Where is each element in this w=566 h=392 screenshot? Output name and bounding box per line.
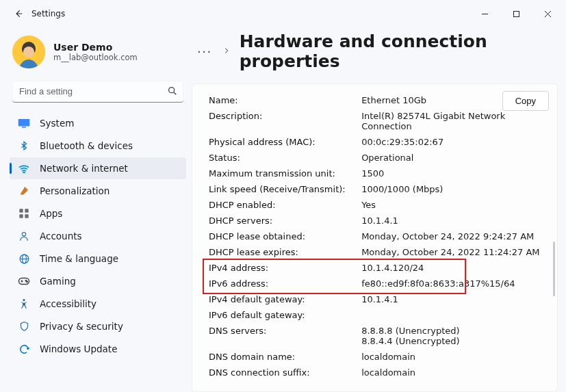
sidebar-item-brush[interactable]: Personalization <box>10 180 186 202</box>
table-row: IPv6 default gateway: <box>206 307 548 323</box>
main: ··· Hardware and connection properties C… <box>192 27 566 392</box>
titlebar: Settings <box>0 0 566 27</box>
sidebar-item-accessibility[interactable]: Accessibility <box>10 293 186 315</box>
table-row: Description:Intel(R) 82574L Gigabit Netw… <box>206 108 548 134</box>
property-value: 00:0c:29:35:02:67 <box>359 134 548 150</box>
property-key: DNS connection suffix: <box>206 365 359 380</box>
sidebar-item-label: Accounts <box>40 231 82 241</box>
table-row: DHCP servers:10.1.4.1 <box>206 213 548 228</box>
sidebar-item-label: Windows Update <box>40 343 117 354</box>
sidebar-item-system[interactable]: System <box>10 112 186 134</box>
breadcrumb-more-button[interactable]: ··· <box>197 44 212 59</box>
table-row: DHCP lease expires:Monday, October 24, 2… <box>206 244 548 260</box>
sidebar-item-label: Network & internet <box>40 163 128 174</box>
table-row: Physical address (MAC):00:0c:29:35:02:67 <box>206 134 548 150</box>
svg-point-8 <box>23 172 25 173</box>
property-value: Yes <box>359 197 548 213</box>
property-value: 10.1.4.120/24 <box>359 260 548 276</box>
property-value: 1500 <box>359 166 548 181</box>
properties-table: Name:Ethernet 10GbDescription:Intel(R) 8… <box>206 92 548 380</box>
table-row: IPv4 default gateway:10.1.4.1 <box>206 291 548 307</box>
sidebar-item-gaming[interactable]: Gaming <box>10 270 186 292</box>
sidebar-item-apps[interactable]: Apps <box>10 202 186 224</box>
privacy-icon <box>18 320 30 332</box>
table-row: Link speed (Receive/Transmit):1000/1000 … <box>206 181 548 197</box>
sidebar-item-label: Bluetooth & devices <box>40 140 133 151</box>
system-icon <box>18 117 30 129</box>
gaming-icon <box>18 275 30 287</box>
search-icon <box>167 86 178 96</box>
maximize-button[interactable] <box>500 3 532 25</box>
nav-list: SystemBluetooth & devicesNetwork & inter… <box>10 112 186 360</box>
search-input[interactable] <box>12 81 183 103</box>
svg-rect-9 <box>19 209 23 212</box>
property-key: Description: <box>206 108 359 134</box>
brush-icon <box>18 185 30 197</box>
sidebar-item-globe[interactable]: Time & language <box>10 248 186 270</box>
table-row: DNS servers:8.8.8.8 (Unencrypted)8.8.4.4… <box>206 323 548 349</box>
sidebar-item-privacy[interactable]: Privacy & security <box>10 315 186 337</box>
svg-point-21 <box>27 281 28 283</box>
close-button[interactable] <box>532 3 563 25</box>
svg-rect-11 <box>19 214 23 218</box>
property-key: IPv6 default gateway: <box>206 307 359 323</box>
property-value <box>359 307 548 323</box>
table-row: DNS domain name:localdomain <box>206 349 548 365</box>
update-icon <box>18 343 30 355</box>
sidebar-item-label: Privacy & security <box>40 321 123 332</box>
table-row: DHCP enabled:Yes <box>206 197 548 213</box>
property-key: Status: <box>206 150 359 166</box>
property-value: 1000/1000 (Mbps) <box>359 181 548 197</box>
sidebar-item-update[interactable]: Windows Update <box>10 338 186 360</box>
sidebar-item-label: System <box>40 118 74 129</box>
sidebar-item-accounts[interactable]: Accounts <box>10 225 186 247</box>
copy-button[interactable]: Copy <box>502 91 549 111</box>
apps-icon <box>18 207 30 220</box>
svg-point-22 <box>23 299 25 301</box>
svg-point-3 <box>23 47 34 57</box>
property-key: Physical address (MAC): <box>206 134 359 150</box>
property-value: 10.1.4.1 <box>359 213 548 228</box>
page-title: Hardware and connection properties <box>240 31 552 71</box>
chevron-right-icon <box>223 46 230 57</box>
property-key: IPv4 default gateway: <box>206 291 359 307</box>
property-value: fe80::ed9f:8f0a:8633:a317%15/64 <box>359 276 548 291</box>
avatar <box>12 36 45 68</box>
sidebar-item-label: Accessibility <box>40 298 97 309</box>
property-value: Intel(R) 82574L Gigabit Network Connecti… <box>359 108 548 134</box>
bluetooth-icon <box>18 140 30 152</box>
accounts-icon <box>18 230 30 242</box>
svg-rect-12 <box>25 214 28 218</box>
property-key: DHCP servers: <box>206 213 359 228</box>
property-key: IPv6 address: <box>206 276 359 291</box>
svg-line-5 <box>174 92 176 94</box>
svg-rect-6 <box>18 119 30 127</box>
table-row: DNS connection suffix:localdomain <box>206 365 548 380</box>
property-key: DHCP enabled: <box>206 197 359 213</box>
property-key: Link speed (Receive/Transmit): <box>206 181 359 197</box>
minimize-button[interactable] <box>469 3 500 25</box>
property-key: Name: <box>206 92 359 108</box>
sidebar-item-bluetooth[interactable]: Bluetooth & devices <box>10 135 186 157</box>
property-value: localdomain <box>359 365 548 380</box>
table-row: Name:Ethernet 10Gb <box>206 92 548 108</box>
svg-point-13 <box>22 233 25 236</box>
property-key: Maximum transmission unit: <box>206 166 359 181</box>
scrollbar-thumb[interactable] <box>553 241 555 296</box>
property-value: Operational <box>359 150 548 166</box>
sidebar-item-network[interactable]: Network & internet <box>10 157 186 179</box>
properties-card: Copy Name:Ethernet 10GbDescription:Intel… <box>192 83 558 392</box>
network-icon <box>18 162 30 174</box>
property-value: 8.8.8.8 (Unencrypted)8.8.4.4 (Unencrypte… <box>359 323 548 349</box>
property-key: IPv4 address: <box>206 260 359 276</box>
svg-rect-10 <box>25 209 28 212</box>
table-row: IPv4 address:10.1.4.120/24 <box>206 260 548 276</box>
sidebar-item-label: Personalization <box>40 185 110 196</box>
sidebar: User Demo m__lab@outlook.com SystemBluet… <box>0 27 192 392</box>
user-name: User Demo <box>53 42 138 53</box>
sidebar-item-label: Gaming <box>40 276 76 287</box>
back-button[interactable] <box>12 8 25 20</box>
user-section[interactable]: User Demo m__lab@outlook.com <box>10 31 186 78</box>
svg-point-4 <box>169 88 175 93</box>
sidebar-item-label: Time & language <box>40 253 118 264</box>
